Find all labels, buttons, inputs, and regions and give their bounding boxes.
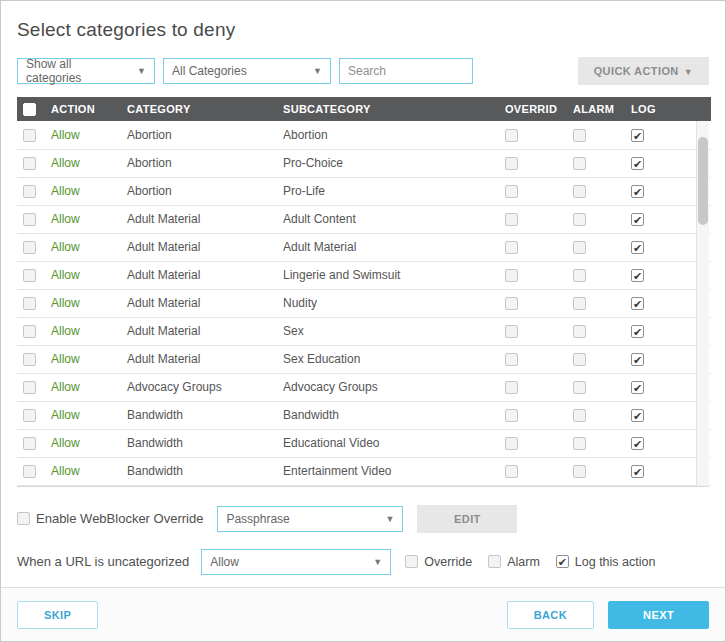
enable-webblocker-override[interactable]: Enable WebBlocker Override xyxy=(17,511,203,526)
row-override-checkbox[interactable] xyxy=(505,353,518,366)
search-input[interactable] xyxy=(339,58,473,84)
row-select-checkbox[interactable] xyxy=(23,325,36,338)
row-log-checkbox[interactable]: ✔ xyxy=(631,241,644,254)
uncategorized-log-option[interactable]: ✔ Log this action xyxy=(556,555,656,569)
uncategorized-log-checkbox[interactable]: ✔ xyxy=(556,555,569,568)
row-action[interactable]: Allow xyxy=(45,317,121,345)
row-log-checkbox[interactable]: ✔ xyxy=(631,409,644,422)
uncategorized-alarm-checkbox[interactable] xyxy=(488,555,501,568)
row-alarm-checkbox[interactable] xyxy=(573,325,586,338)
row-override-checkbox[interactable] xyxy=(505,129,518,142)
row-alarm-checkbox[interactable] xyxy=(573,409,586,422)
uncategorized-action-select[interactable]: Allow ▼ xyxy=(201,549,391,575)
row-action[interactable]: Allow xyxy=(45,121,121,149)
row-alarm-checkbox[interactable] xyxy=(573,213,586,226)
table-row: AllowAdult MaterialSex✔ xyxy=(17,317,711,345)
category-filter-select[interactable]: All Categories ▼ xyxy=(163,58,331,84)
view-filter-select[interactable]: Show all categories ▼ xyxy=(17,58,155,84)
row-override-checkbox[interactable] xyxy=(505,465,518,478)
row-category: Abortion xyxy=(121,177,277,205)
footer-right: BACK NEXT xyxy=(507,601,709,629)
categories-table: ACTION CATEGORY SUBCATEGORY OVERRID ALAR… xyxy=(17,97,709,487)
row-select-checkbox[interactable] xyxy=(23,157,36,170)
row-select-checkbox[interactable] xyxy=(23,465,36,478)
row-alarm-checkbox[interactable] xyxy=(573,157,586,170)
row-action[interactable]: Allow xyxy=(45,429,121,457)
row-select-checkbox[interactable] xyxy=(23,409,36,422)
row-log-checkbox[interactable]: ✔ xyxy=(631,213,644,226)
enable-webblocker-label: Enable WebBlocker Override xyxy=(36,511,203,526)
row-override-checkbox[interactable] xyxy=(505,437,518,450)
row-override-checkbox[interactable] xyxy=(505,185,518,198)
row-alarm-checkbox[interactable] xyxy=(573,269,586,282)
row-select-checkbox[interactable] xyxy=(23,297,36,310)
row-select-checkbox[interactable] xyxy=(23,185,36,198)
row-alarm-checkbox[interactable] xyxy=(573,297,586,310)
row-alarm-checkbox[interactable] xyxy=(573,185,586,198)
row-alarm-checkbox[interactable] xyxy=(573,381,586,394)
quick-action-button[interactable]: QUICK ACTION▼ xyxy=(578,57,709,85)
row-alarm-checkbox[interactable] xyxy=(573,437,586,450)
override-method-select[interactable]: Passphrase ▼ xyxy=(217,506,403,532)
row-action[interactable]: Allow xyxy=(45,149,121,177)
back-button[interactable]: BACK xyxy=(507,601,594,629)
row-select-checkbox[interactable] xyxy=(23,213,36,226)
row-override-checkbox[interactable] xyxy=(505,409,518,422)
row-alarm-checkbox[interactable] xyxy=(573,465,586,478)
row-select-checkbox[interactable] xyxy=(23,353,36,366)
row-log-checkbox[interactable]: ✔ xyxy=(631,381,644,394)
row-log-checkbox[interactable]: ✔ xyxy=(631,465,644,478)
row-log-checkbox[interactable]: ✔ xyxy=(631,185,644,198)
scrollbar-thumb[interactable] xyxy=(698,137,708,225)
uncategorized-override-checkbox[interactable] xyxy=(405,555,418,568)
select-all-checkbox[interactable] xyxy=(23,103,36,116)
row-action[interactable]: Allow xyxy=(45,289,121,317)
row-override-checkbox[interactable] xyxy=(505,157,518,170)
row-action[interactable]: Allow xyxy=(45,261,121,289)
row-action[interactable]: Allow xyxy=(45,345,121,373)
uncategorized-alarm-option[interactable]: Alarm xyxy=(488,555,540,569)
row-action[interactable]: Allow xyxy=(45,233,121,261)
row-override-checkbox[interactable] xyxy=(505,297,518,310)
enable-webblocker-checkbox[interactable] xyxy=(17,512,30,525)
uncategorized-log-label: Log this action xyxy=(575,555,656,569)
row-action[interactable]: Allow xyxy=(45,177,121,205)
row-select-checkbox[interactable] xyxy=(23,269,36,282)
row-action[interactable]: Allow xyxy=(45,401,121,429)
next-button[interactable]: NEXT xyxy=(608,601,709,629)
row-select-checkbox[interactable] xyxy=(23,437,36,450)
row-log-checkbox[interactable]: ✔ xyxy=(631,157,644,170)
row-subcategory: Abortion xyxy=(277,121,499,149)
row-alarm-checkbox[interactable] xyxy=(573,129,586,142)
row-log-checkbox[interactable]: ✔ xyxy=(631,437,644,450)
row-log-checkbox[interactable]: ✔ xyxy=(631,353,644,366)
row-override-checkbox[interactable] xyxy=(505,325,518,338)
edit-button[interactable]: EDIT xyxy=(417,505,517,533)
row-subcategory: Sex xyxy=(277,317,499,345)
row-override-checkbox[interactable] xyxy=(505,241,518,254)
row-alarm-checkbox[interactable] xyxy=(573,353,586,366)
row-override-checkbox[interactable] xyxy=(505,269,518,282)
row-log-checkbox[interactable]: ✔ xyxy=(631,269,644,282)
table-row: AllowAbortionAbortion✔ xyxy=(17,121,711,149)
vertical-scrollbar[interactable] xyxy=(696,121,709,486)
row-select-checkbox[interactable] xyxy=(23,241,36,254)
row-action[interactable]: Allow xyxy=(45,373,121,401)
row-category: Adult Material xyxy=(121,205,277,233)
row-log-checkbox[interactable]: ✔ xyxy=(631,129,644,142)
row-log-checkbox[interactable]: ✔ xyxy=(631,325,644,338)
row-override-checkbox[interactable] xyxy=(505,213,518,226)
skip-button[interactable]: SKIP xyxy=(17,601,98,629)
footer-bar: SKIP BACK NEXT xyxy=(1,587,725,641)
table-body: AllowAbortionAbortion✔AllowAbortionPro-C… xyxy=(17,121,711,485)
select-categories-dialog: Select categories to deny Show all categ… xyxy=(0,0,726,642)
row-alarm-checkbox[interactable] xyxy=(573,241,586,254)
row-action[interactable]: Allow xyxy=(45,205,121,233)
row-subcategory: Lingerie and Swimsuit xyxy=(277,261,499,289)
row-log-checkbox[interactable]: ✔ xyxy=(631,297,644,310)
row-select-checkbox[interactable] xyxy=(23,129,36,142)
row-select-checkbox[interactable] xyxy=(23,381,36,394)
row-action[interactable]: Allow xyxy=(45,457,121,485)
uncategorized-override-option[interactable]: Override xyxy=(405,555,472,569)
row-override-checkbox[interactable] xyxy=(505,381,518,394)
